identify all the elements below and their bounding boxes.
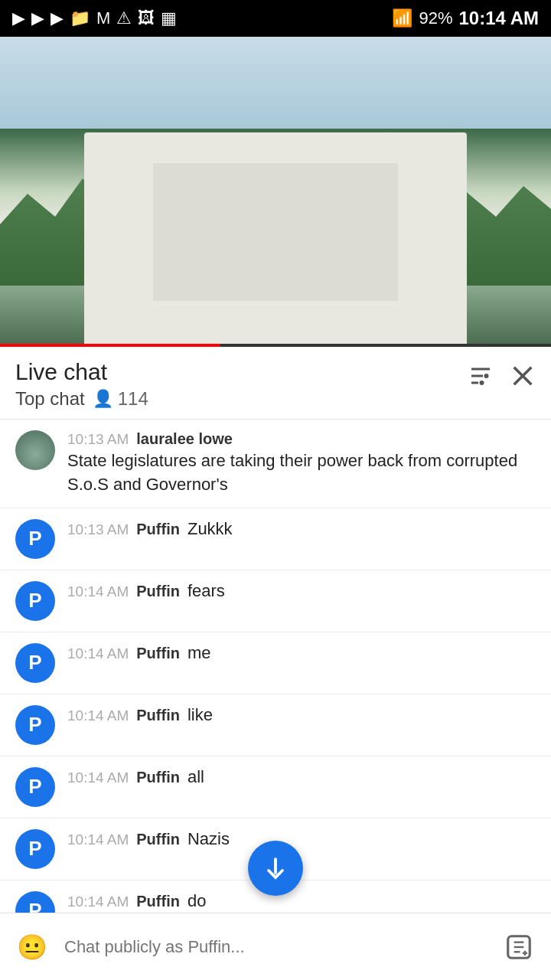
chat-input-bar: 😐 [0,913,551,980]
message-body: 10:14 AMPuffindo [67,891,536,911]
message-username: Puffin [136,521,180,538]
viewer-count: 👤 114 [93,388,148,410]
viewer-count-number: 114 [118,388,148,410]
svg-point-4 [480,381,484,385]
message-username: Puffin [136,769,180,786]
avatar: P [15,643,55,683]
message-username: Puffin [136,583,180,600]
message-meta: 10:14 AMPuffinall [67,767,536,787]
mastodon-icon: M [96,8,110,28]
message-body: 10:14 AMPuffinall [67,767,536,787]
status-bar: ▶ ▶ ▶ 📁 M ⚠ 🖼 ▦ 📶 92% 10:14 AM [0,0,551,37]
chat-message-5: P10:14 AMPuffinall [0,756,551,818]
chat-header-left: Live chat Top chat 👤 114 [15,359,148,410]
message-time: 10:14 AM [67,893,129,910]
emoji-button[interactable]: 😐 [12,927,52,967]
message-meta: 10:14 AMPuffinfears [67,581,536,601]
message-body: 10:14 AMPuffinfears [67,581,536,601]
message-username: Puffin [136,707,180,724]
message-text: do [187,891,206,911]
chat-message-4: P10:14 AMPuffinlike [0,694,551,756]
message-time: 10:13 AM [67,521,129,538]
chat-message-0: 10:13 AMlauralee loweState legislatures … [0,420,551,508]
live-chat-title: Live chat [15,359,148,385]
send-icon [504,933,533,962]
message-body: 10:13 AMlauralee loweState legislatures … [67,430,536,497]
message-time: 10:14 AM [67,831,129,848]
notification-icons: ▶ ▶ ▶ 📁 M ⚠ 🖼 ▦ [12,8,177,28]
chat-message-2: P10:14 AMPuffinfears [0,570,551,632]
message-meta: 10:14 AMPuffindo [67,891,536,911]
message-text: Nazis [187,829,230,849]
avatar: P [15,519,55,559]
play-icon: ▶ [12,8,25,28]
chat-header: Live chat Top chat 👤 114 [0,347,551,420]
message-body: 10:14 AMPuffinme [67,643,536,663]
message-text: all [187,767,204,787]
scroll-down-icon [262,854,289,882]
message-username: Puffin [136,831,180,848]
filter-icon[interactable] [467,362,494,395]
message-time: 10:14 AM [67,707,129,724]
message-text: State legislatures are taking their powe… [67,449,536,497]
message-body: 10:13 AMPuffinZukkk [67,519,536,539]
send-button[interactable] [499,927,539,967]
message-time: 10:13 AM [67,431,129,448]
message-text: fears [187,581,225,601]
avatar: P [15,767,55,807]
top-chat-label[interactable]: Top chat [15,388,85,410]
progress-bar[interactable] [0,344,551,347]
youtube-icon2: ▶ [51,8,64,28]
viewer-icon: 👤 [93,389,113,409]
youtube-icon: ▶ [31,8,44,28]
message-time: 10:14 AM [67,583,129,600]
chat-message-1: P10:13 AMPuffinZukkk [0,508,551,570]
message-body: 10:14 AMPuffinNazis [67,829,536,849]
wifi-icon: 📶 [392,8,412,28]
chat-message-3: P10:14 AMPuffinme [0,632,551,694]
message-text: Zukkk [187,519,233,539]
message-time: 10:14 AM [67,769,129,786]
building-bg [84,132,467,347]
alert-icon: ⚠ [116,8,132,28]
avatar: P [15,829,55,869]
message-text: like [187,705,213,725]
avatar: P [15,581,55,621]
system-icons: 📶 92% 10:14 AM [392,8,539,29]
image-icon: 🖼 [138,8,155,28]
folder-icon: 📁 [70,8,90,28]
message-username: Puffin [136,893,180,910]
message-meta: 10:14 AMPuffinNazis [67,829,536,849]
chat-header-right [467,359,536,395]
grid-icon: ▦ [161,8,177,28]
scroll-down-button[interactable] [248,841,303,896]
message-meta: 10:13 AMlauralee lowe [67,430,536,448]
time-display: 10:14 AM [459,8,539,29]
message-meta: 10:14 AMPuffinlike [67,705,536,725]
avatar: P [15,705,55,745]
battery-label: 92% [419,8,452,28]
video-player[interactable] [0,37,551,347]
message-text: me [187,643,211,663]
message-body: 10:14 AMPuffinlike [67,705,536,725]
emoji-icon: 😐 [17,933,47,962]
message-username: Puffin [136,645,180,662]
sky-bg [0,37,551,129]
chat-input[interactable] [64,926,487,969]
top-chat-row: Top chat 👤 114 [15,388,148,410]
message-meta: 10:13 AMPuffinZukkk [67,519,536,539]
avatar [15,430,55,470]
close-icon[interactable] [510,363,536,394]
svg-point-3 [484,374,489,378]
message-time: 10:14 AM [67,645,129,662]
message-meta: 10:14 AMPuffinme [67,643,536,663]
message-username: lauralee lowe [136,430,233,448]
